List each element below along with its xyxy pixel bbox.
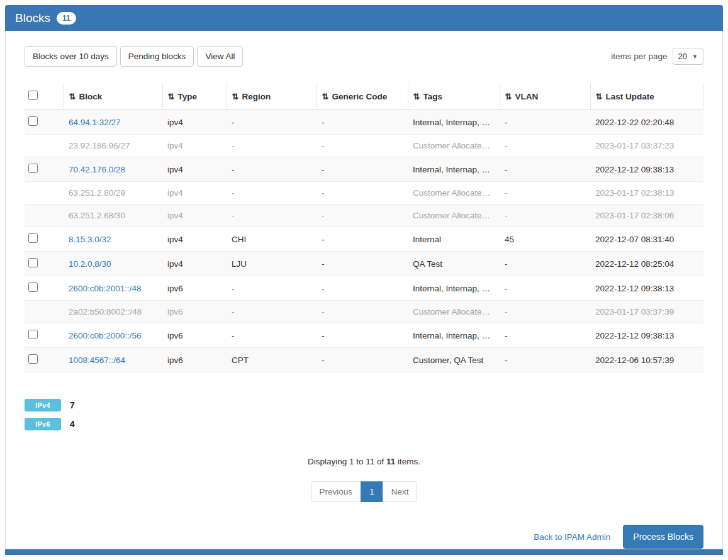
displaying-total: 11 <box>386 457 395 466</box>
type-cell: ipv4 <box>162 157 227 182</box>
row-checkbox[interactable] <box>28 330 38 339</box>
block-cell: 2600:c0b:2000::/56 <box>64 323 162 348</box>
column-header-last-update[interactable]: ⇅Last Update <box>590 83 703 110</box>
row-checkbox[interactable] <box>28 354 38 364</box>
block-link[interactable]: 2600:c0b:2001::/48 <box>69 284 142 293</box>
vlan-cell: - <box>500 323 590 348</box>
block-cell: 23.92.186.96/27 <box>64 135 162 157</box>
sort-icon: ⇅ <box>322 92 329 101</box>
table-row: 8.15.3.0/32ipv4CHI-Internal452022-12-07 … <box>25 227 703 252</box>
tags-cell: Customer Allocated, I… <box>408 301 500 323</box>
last-update-cell: 2023-01-17 02:38:13 <box>590 182 703 204</box>
tags-cell: Customer Allocated I… <box>408 182 500 204</box>
generic-code-cell: - <box>316 157 408 182</box>
region-cell: - <box>227 110 316 135</box>
last-update-cell: 2022-12-22 02:20:48 <box>590 110 703 135</box>
ipv4-badge: IPv4 <box>25 399 61 412</box>
page-title: Blocks <box>15 11 50 25</box>
column-header-type[interactable]: ⇅Type <box>162 83 227 110</box>
last-update-cell: 2023-01-17 03:37:23 <box>590 135 703 157</box>
region-cell: - <box>227 301 316 323</box>
blocks-over-10-days-button[interactable]: Blocks over 10 days <box>25 46 117 67</box>
ipv4-summary-row: IPv4 7 <box>25 399 703 412</box>
last-update-cell: 2022-12-12 09:38:13 <box>590 276 703 301</box>
column-label: Block <box>79 92 102 101</box>
vlan-cell: - <box>500 204 590 227</box>
row-checkbox[interactable] <box>28 258 38 267</box>
column-label: Last Update <box>605 92 654 101</box>
tags-cell: Internal <box>408 227 500 252</box>
back-to-ipam-admin-link[interactable]: Back to IPAM Admin <box>534 532 610 542</box>
row-select-cell <box>25 135 64 157</box>
count-badge: 11 <box>57 12 76 25</box>
block-cell: 2600:c0b:2001::/48 <box>64 276 162 301</box>
block-link[interactable]: 10.2.0.8/30 <box>69 259 111 269</box>
vlan-cell: - <box>500 348 590 372</box>
view-all-button[interactable]: View All <box>197 46 243 67</box>
block-link[interactable]: 1008:4567::/64 <box>69 356 125 365</box>
next-page-button[interactable]: Next <box>383 481 418 502</box>
pending-blocks-button[interactable]: Pending blocks <box>120 46 194 67</box>
block-link[interactable]: 8.15.3.0/32 <box>69 235 111 244</box>
items-per-page-select[interactable]: 20 ▼ <box>673 48 703 65</box>
table-row: 63.251.2.80/29ipv4--Customer Allocated I… <box>25 182 703 204</box>
filter-buttons: Blocks over 10 days Pending blocks View … <box>25 46 243 67</box>
column-header-vlan[interactable]: ⇅VLAN <box>500 83 590 110</box>
generic-code-cell: - <box>316 135 408 157</box>
tags-cell: Internal, Internap, LAN <box>408 110 500 135</box>
items-per-page: items per page 20 ▼ <box>611 48 703 65</box>
generic-code-cell: - <box>316 276 408 301</box>
generic-code-cell: - <box>316 204 408 227</box>
vlan-cell: - <box>500 301 590 323</box>
generic-code-cell: - <box>316 252 408 276</box>
table-row: 10.2.0.8/30ipv4LJU-QA Test-2022-12-12 08… <box>25 252 703 276</box>
ipv6-count: 4 <box>70 419 75 429</box>
block-cell: 63.251.2.68/30 <box>64 204 162 227</box>
column-header-region[interactable]: ⇅Region <box>227 83 316 110</box>
tags-cell: Internal, Internap, LAN <box>408 276 500 301</box>
vlan-cell: - <box>500 157 590 182</box>
previous-page-button[interactable]: Previous <box>311 481 362 502</box>
type-cell: ipv4 <box>162 110 227 135</box>
last-update-cell: 2023-01-17 02:38:06 <box>590 204 703 227</box>
tags-cell: QA Test <box>408 252 500 276</box>
block-cell: 2a02:b50:8002::/48 <box>64 301 162 323</box>
ipv6-badge: IPv6 <box>25 418 61 430</box>
generic-code-cell: - <box>316 227 408 252</box>
table-row: 2600:c0b:2000::/56ipv6--Internal, Intern… <box>25 323 703 348</box>
sort-icon: ⇅ <box>413 92 420 101</box>
block-link[interactable]: 64.94.1.32/27 <box>69 118 121 127</box>
last-update-cell: 2022-12-07 08:31:40 <box>590 227 703 252</box>
block-cell: 64.94.1.32/27 <box>64 110 162 135</box>
row-checkbox[interactable] <box>28 164 38 173</box>
table-row: 2600:c0b:2001::/48ipv6--Internal, Intern… <box>25 276 703 301</box>
row-checkbox[interactable] <box>28 283 38 292</box>
row-checkbox[interactable] <box>28 233 38 243</box>
region-cell: - <box>227 276 316 301</box>
table-header-row: ⇅Block ⇅Type ⇅Region ⇅Generic Code ⇅Tags <box>25 83 703 110</box>
last-update-cell: 2022-12-12 09:38:13 <box>590 323 703 348</box>
block-cell: 8.15.3.0/32 <box>64 227 162 252</box>
sort-icon: ⇅ <box>505 92 512 101</box>
bottom-bar <box>5 549 723 555</box>
row-checkbox[interactable] <box>28 116 38 126</box>
page-1-button[interactable]: 1 <box>361 481 383 502</box>
region-cell: CHI <box>227 227 316 252</box>
block-link[interactable]: 2600:c0b:2000::/56 <box>69 331 142 340</box>
process-blocks-button[interactable]: Process Blocks <box>623 525 703 549</box>
region-cell: - <box>227 182 316 204</box>
sort-icon: ⇅ <box>168 92 175 101</box>
vlan-cell: - <box>500 110 590 135</box>
select-all-checkbox[interactable] <box>28 91 38 100</box>
displaying-prefix: Displaying 1 to 11 of <box>308 457 386 466</box>
block-link[interactable]: 70.42.176.0/28 <box>69 165 125 174</box>
column-header-tags[interactable]: ⇅Tags <box>408 83 500 110</box>
vlan-cell: 45 <box>500 227 590 252</box>
sort-icon: ⇅ <box>232 92 239 101</box>
region-cell: - <box>227 135 316 157</box>
column-header-block[interactable]: ⇅Block <box>64 83 162 110</box>
row-select-cell <box>25 348 64 372</box>
type-cell: ipv6 <box>162 323 227 348</box>
tags-cell: Customer Allocated, I… <box>408 135 500 157</box>
column-header-generic-code[interactable]: ⇅Generic Code <box>316 83 408 110</box>
